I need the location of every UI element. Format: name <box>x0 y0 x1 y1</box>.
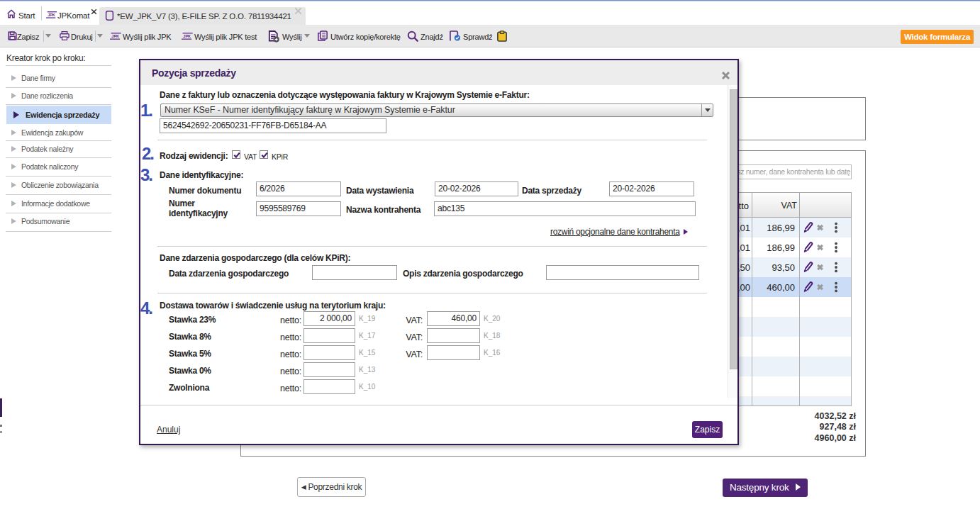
svg-text:JPK: JPK <box>183 34 191 38</box>
svg-text:JPK: JPK <box>48 13 55 17</box>
svg-text:JPK: JPK <box>111 34 119 38</box>
